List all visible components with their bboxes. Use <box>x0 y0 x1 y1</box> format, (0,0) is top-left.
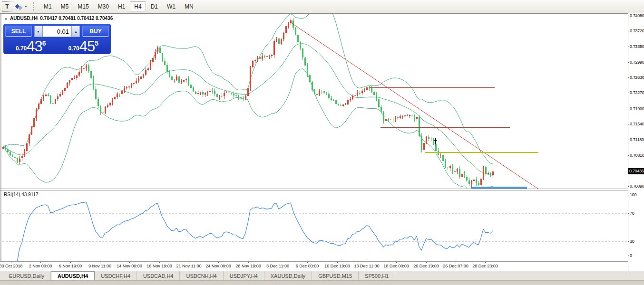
time-axis-tick-mark <box>189 262 189 263</box>
trade-panel-prices: 0.70 43 6 0.70 45 5 <box>5 38 109 54</box>
price-axis-tick: 0.71180 <box>630 137 644 142</box>
time-axis-label: 28 Nov 19:00 <box>235 264 261 268</box>
timeframe-button-d1[interactable]: D1 <box>146 1 162 11</box>
price-axis-tick: 0.71540 <box>630 122 644 126</box>
sell-price-prefix: 0.70 <box>16 45 27 52</box>
time-axis-tick-mark <box>307 262 308 263</box>
chart-tab-eurusd-daily[interactable]: EURUSD,Daily <box>3 271 51 280</box>
toolbar: T ▼ M1M5M15M30H1H4D1W1MN <box>0 0 644 13</box>
timeframe-button-m30[interactable]: M30 <box>94 1 113 11</box>
time-axis-tick-mark <box>337 262 338 263</box>
sell-price-sup: 6 <box>42 39 46 47</box>
rsi-axis-tick: 0 <box>630 253 632 258</box>
time-axis-tick-mark <box>159 262 160 263</box>
chart-tab-sp500-h1[interactable]: SP500,H1 <box>359 271 395 280</box>
timeframe-button-h1[interactable]: H1 <box>114 1 129 11</box>
timeframe-button-m5[interactable]: M5 <box>57 1 73 11</box>
chart-tab-usdjpy-h4[interactable]: USDJPY,H4 <box>224 271 264 280</box>
time-axis-label: 3 Dec 11:00 <box>266 264 289 268</box>
mt4-terminal: T ▼ M1M5M15M30H1H4D1W1MN ▲ AUDUSD,H4 0.7… <box>0 0 644 285</box>
chart-tab-gbpusd-m15[interactable]: GBPUSD,M15 <box>312 271 359 280</box>
timeframe-button-w1[interactable]: W1 <box>163 1 180 11</box>
price-axis-tick: 0.70810 <box>630 153 644 158</box>
time-axis-tick-mark <box>129 262 130 263</box>
timeframe-button-m15[interactable]: M15 <box>73 1 93 11</box>
timeframe-button-h4[interactable]: H4 <box>130 1 146 11</box>
chart-symbol-period: AUDUSD,H4 <box>10 16 38 21</box>
rsi-axis-tick: 100 <box>630 192 636 197</box>
price-axis-tick: 0.74080 <box>630 13 644 18</box>
rsi-indicator-canvas[interactable] <box>0 190 628 261</box>
time-axis-tick-mark <box>456 262 456 263</box>
objects-tool-button[interactable]: ▼ <box>13 1 30 12</box>
time-axis-label: 30 Oct 2018 <box>0 264 23 268</box>
chart-tab-usdchf-h4[interactable]: USDCHF,H4 <box>95 271 137 280</box>
current-price-tag: 0.70436 <box>628 168 644 174</box>
sell-price-display[interactable]: 0.70 43 6 <box>5 38 57 54</box>
time-axis[interactable]: 30 Oct 20182 Nov 00:006 Nov 19:009 Nov 1… <box>0 262 628 271</box>
chart-tab-usdcad-h4[interactable]: USDCAD,H4 <box>137 271 180 280</box>
rsi-axis-tick: 30 <box>630 239 634 244</box>
time-axis-label: 6 Nov 19:00 <box>59 264 82 268</box>
buy-button[interactable]: BUY <box>82 26 109 37</box>
time-axis-tick-mark <box>100 262 100 263</box>
time-axis-label: 26 Dec 07:00 <box>443 264 468 268</box>
time-axis-label: 28 Dec 23:00 <box>472 264 498 268</box>
time-axis-tick-mark <box>248 262 249 263</box>
volume-decrease-button[interactable]: ▼ <box>34 26 42 37</box>
chart-tab-bar: EURUSD,DailyAUDUSD,H4USDCHF,H4USDCAD,H4U… <box>0 271 644 280</box>
price-axis-tick: 0.73720 <box>630 28 644 33</box>
time-axis-tick-mark <box>70 262 71 263</box>
time-axis-label: 18 Dec 00:00 <box>383 264 409 268</box>
time-axis-label: 2 Nov 00:00 <box>29 264 52 268</box>
volume-input[interactable] <box>42 26 72 37</box>
time-axis-tick-mark <box>218 262 219 263</box>
price-axis-tick: 0.70090 <box>630 184 644 189</box>
buy-price-prefix: 0.70 <box>68 45 79 52</box>
time-axis-tick-mark <box>426 262 427 263</box>
buy-price-display[interactable]: 0.70 45 5 <box>58 38 109 54</box>
time-axis-label: 9 Nov 11:00 <box>88 264 111 268</box>
one-click-trading-panel: SELL ▼ ▲ BUY 0.70 43 6 0.70 45 5 <box>3 24 111 54</box>
sell-price-big: 43 <box>27 39 42 53</box>
price-axis-tick: 0.72630 <box>630 75 644 80</box>
time-axis-label: 6 Dec 00:00 <box>296 264 319 268</box>
sell-button[interactable]: SELL <box>5 26 32 37</box>
buy-price-sup: 5 <box>95 39 98 47</box>
time-axis-label: 21 Nov 11:00 <box>176 264 202 268</box>
rsi-panel-separator[interactable] <box>0 189 628 189</box>
time-axis-label: 24 Nov 00:00 <box>205 264 231 268</box>
dropdown-caret-icon: ▼ <box>24 5 28 8</box>
time-axis-tick-mark <box>485 262 486 263</box>
timeframe-toolbar: M1M5M15M30H1H4D1W1MN <box>39 1 198 11</box>
time-axis-tick-mark <box>396 262 397 263</box>
buy-price-big: 45 <box>79 39 95 53</box>
chart-tab-usdcnh-h4[interactable]: USDCNH,H4 <box>180 271 223 280</box>
chart-title: ▲ AUDUSD,H4 0.70417 0.70481 0.70412 0.70… <box>4 16 113 21</box>
timeframe-button-m1[interactable]: M1 <box>39 1 56 11</box>
time-axis-tick-mark <box>40 262 41 263</box>
one-click-panel-toggle[interactable]: ▲ <box>4 17 8 20</box>
toolbar-separator <box>33 2 36 11</box>
diamond-icon <box>18 6 23 10</box>
time-axis-label: 10 Dec 19:00 <box>324 264 350 268</box>
timeframe-button-mn[interactable]: MN <box>180 1 198 11</box>
rsi-axis-tick: 70 <box>630 211 634 216</box>
chart-tab-xauusd-daily[interactable]: XAUUSD,Daily <box>264 271 312 280</box>
price-axis-tick: 0.72990 <box>630 60 644 65</box>
price-axis[interactable]: 0.740800.737200.733500.729900.726300.722… <box>628 13 644 271</box>
price-axis-tick: 0.72270 <box>630 90 644 95</box>
chart-tab-audusd-h4[interactable]: AUDUSD,H4 <box>51 271 95 280</box>
chart-ohlc-values: 0.70417 0.70481 0.70412 0.70436 <box>40 16 113 21</box>
text-tool-button[interactable]: T <box>2 1 12 12</box>
rsi-indicator-label: RSI(14) 43.9117 <box>4 192 39 197</box>
time-axis-label: 16 Nov 19:00 <box>146 264 172 268</box>
time-axis-tick-mark <box>278 262 278 263</box>
price-axis-tick: 0.71900 <box>630 106 644 111</box>
time-axis-tick-mark <box>11 262 11 263</box>
volume-increase-button[interactable]: ▲ <box>72 26 80 37</box>
trade-panel-controls: SELL ▼ ▲ BUY <box>5 26 109 37</box>
time-axis-tick-mark <box>367 262 367 263</box>
time-axis-label: 14 Nov 00:00 <box>117 264 142 268</box>
price-axis-tick: 0.73350 <box>630 44 644 49</box>
